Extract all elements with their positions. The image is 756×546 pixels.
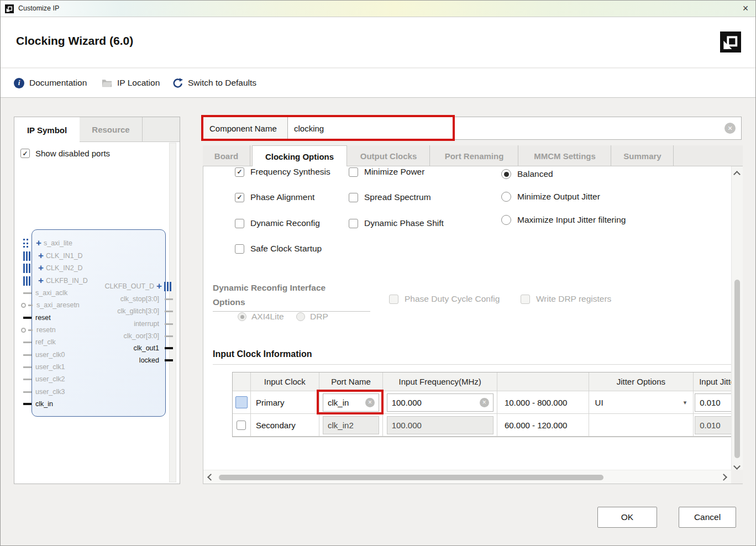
frequency-synthesis-checkbox[interactable]: ✓	[235, 167, 244, 177]
check-icon: ✓	[237, 168, 242, 176]
port-interrupt: interrupt	[134, 318, 173, 330]
safe-clock-startup-checkbox[interactable]	[235, 244, 244, 254]
scroll-right-icon[interactable]	[720, 474, 727, 481]
signal-pin-icon	[165, 298, 173, 300]
table-header-row: Input Clock Port Name Input Frequency(MH…	[233, 372, 732, 391]
phase-alignment-checkbox[interactable]: ✓	[235, 193, 244, 202]
safe-clock-startup-row: Safe Clock Startup	[235, 244, 322, 254]
signal-pin-icon	[23, 354, 32, 356]
clear-icon[interactable]: ×	[365, 398, 375, 407]
check-icon: ✓	[237, 193, 242, 201]
phase-alignment-row: ✓ Phase Alignment	[235, 192, 314, 202]
ip-location-button[interactable]: IP Location	[102, 69, 160, 97]
balanced-row: Balanced	[501, 169, 553, 179]
inverted-pin-icon	[21, 328, 26, 333]
ip-symbol-panel: IP Symbol Resource ✓ Show disabled ports…	[14, 117, 180, 484]
tab-ip-symbol[interactable]: IP Symbol	[14, 117, 80, 143]
frequency-input[interactable]: 100.000 ×	[387, 393, 494, 412]
dynamic-reconfig-checkbox[interactable]	[235, 219, 244, 228]
horizontal-scrollbar-thumb[interactable]	[219, 475, 603, 480]
secondary-row-checkbox[interactable]	[237, 421, 246, 430]
bus-pin-icon	[23, 276, 30, 286]
expand-plus-icon[interactable]: +	[38, 251, 44, 260]
port-user-clk1: user_clk1	[23, 361, 65, 373]
expand-plus-icon[interactable]: +	[156, 282, 162, 291]
horizontal-scrollbar[interactable]	[203, 470, 731, 484]
tab-clocking-options[interactable]: Clocking Options	[252, 145, 347, 167]
port-s-axi-lite: + s_axi_lite	[23, 237, 72, 249]
switch-to-defaults-button[interactable]: Switch to Defaults	[172, 69, 256, 97]
expand-plus-icon[interactable]: +	[38, 264, 44, 272]
signal-pin-icon	[23, 379, 32, 380]
documentation-button[interactable]: i Documentation	[14, 69, 87, 97]
signal-pin-icon	[28, 305, 33, 306]
minimize-output-jitter-row: Minimize Output Jitter	[501, 192, 600, 202]
window-title: Customize IP	[18, 4, 59, 12]
tab-resource[interactable]: Resource	[80, 117, 143, 142]
component-name-input[interactable]: clocking ×	[287, 117, 742, 140]
minimize-power-row: Minimize Power	[349, 167, 424, 177]
axi4lite-row: AXI4Lite	[238, 312, 284, 322]
scroll-up-icon[interactable]	[733, 171, 741, 178]
port-name-input[interactable]: clk_in ×	[323, 393, 379, 412]
port-clkfb-out-d: CLKFB_OUT_D +	[104, 280, 171, 292]
cancel-button[interactable]: Cancel	[679, 507, 736, 528]
refresh-icon	[172, 78, 183, 88]
phase-duty-cycle-config-row: Phase Duty Cycle Config	[389, 294, 500, 304]
close-icon[interactable]: ×	[737, 1, 754, 17]
tab-port-renaming[interactable]: Port Renaming	[431, 145, 518, 166]
signal-pin-icon	[165, 311, 173, 312]
section-divider	[213, 364, 731, 365]
scroll-down-icon[interactable]	[733, 463, 741, 470]
minimize-output-jitter-radio[interactable]	[501, 192, 511, 202]
port-locked: locked	[139, 354, 173, 366]
clear-icon[interactable]: ×	[480, 398, 489, 407]
col-jitter-options: Jitter Options	[589, 372, 694, 391]
left-panel-tabbar: IP Symbol Resource	[14, 117, 180, 142]
jitter-options-cell	[589, 414, 694, 437]
write-drp-registers-row: Write DRP registers	[521, 294, 611, 304]
drp-radio	[296, 312, 305, 321]
frequency-synthesis-row: ✓ Frequency Synthesis	[235, 167, 330, 177]
tab-summary[interactable]: Summary	[612, 145, 674, 166]
signal-pin-icon	[165, 359, 173, 361]
vertical-scrollbar[interactable]	[731, 166, 743, 484]
ok-button[interactable]: OK	[597, 507, 657, 528]
tab-board[interactable]: Board	[203, 145, 250, 166]
signal-pin-icon	[23, 391, 32, 393]
col-input-clock: Input Clock	[251, 372, 319, 391]
bus-pin-icon	[23, 264, 30, 273]
expand-plus-icon[interactable]: +	[38, 276, 44, 285]
balanced-radio[interactable]	[501, 169, 511, 179]
folder-icon	[102, 78, 112, 87]
expand-plus-icon[interactable]: +	[36, 239, 41, 248]
main-tabbar: Board Clocking Options Output Clocks Por…	[203, 145, 743, 166]
tab-mmcm-settings[interactable]: MMCM Settings	[519, 145, 611, 166]
show-disabled-ports-checkbox[interactable]: ✓	[20, 149, 30, 158]
component-name-value: clocking	[294, 124, 324, 133]
port-clkfb-in-d: + CLKFB_IN_D	[23, 275, 88, 287]
jitter-options-dropdown[interactable]: UI ▾	[589, 391, 694, 414]
page-title: Clocking Wizard (6.0)	[16, 34, 133, 48]
dynamic-phase-shift-checkbox[interactable]	[349, 219, 358, 228]
input-clock-value: Primary	[251, 391, 319, 414]
clear-icon[interactable]: ×	[725, 123, 736, 134]
port-clk-in1-d: + CLK_IN1_D	[23, 250, 83, 262]
port-clk-glitch: clk_glitch[3:0]	[117, 305, 173, 317]
scroll-left-icon[interactable]	[207, 474, 214, 481]
port-reset: reset	[23, 312, 51, 324]
vertical-scrollbar-thumb[interactable]	[734, 280, 740, 458]
minimize-power-checkbox[interactable]	[349, 167, 358, 177]
input-clock-table: Input Clock Port Name Input Frequency(MH…	[232, 372, 732, 438]
customize-ip-dialog: { "icons": { "close": "×", "clear": "×",…	[0, 0, 756, 546]
toolbar: i Documentation IP Location Switch to De…	[1, 69, 756, 98]
port-user-clk3: user_clk3	[23, 386, 65, 398]
spread-spectrum-row: Spread Spectrum	[349, 192, 431, 202]
col-port-name: Port Name	[319, 372, 384, 391]
maximize-input-jitter-filtering-radio[interactable]	[501, 215, 511, 225]
tab-output-clocks[interactable]: Output Clocks	[348, 145, 430, 166]
signal-pin-icon	[165, 347, 173, 349]
primary-row-selector[interactable]	[235, 396, 248, 408]
spread-spectrum-checkbox[interactable]	[349, 193, 358, 202]
input-jitter-input[interactable]: 0.010	[695, 393, 732, 412]
